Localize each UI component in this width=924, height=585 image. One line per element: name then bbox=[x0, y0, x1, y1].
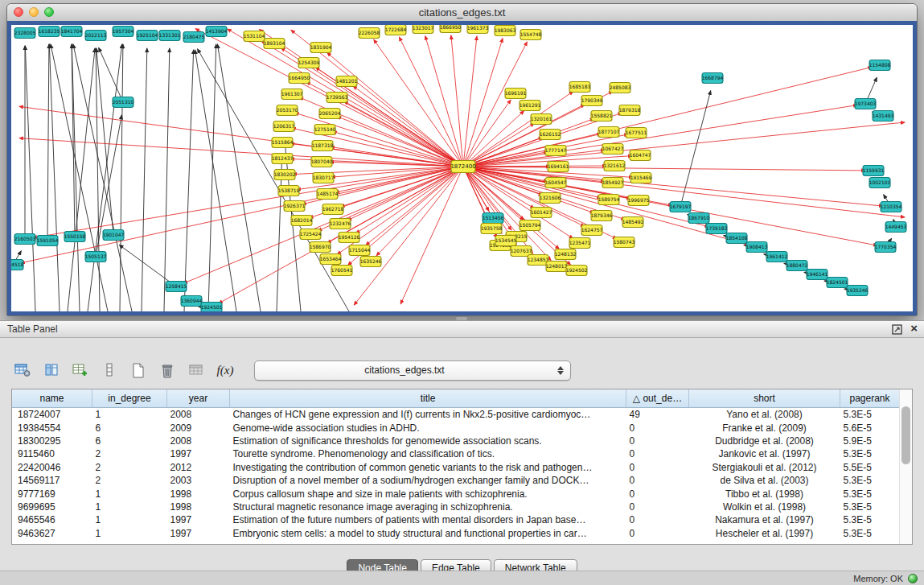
network-node[interactable]: 1232476 bbox=[330, 219, 351, 229]
network-node[interactable]: 1854108 bbox=[726, 233, 748, 244]
table-cell[interactable]: 5.3E-5 bbox=[840, 474, 900, 487]
network-node[interactable]: 1962718 bbox=[322, 204, 344, 215]
network-node[interactable]: 1485174 bbox=[317, 189, 339, 200]
network-node[interactable]: 1879318 bbox=[619, 105, 641, 116]
table-cell[interactable]: 2 bbox=[92, 461, 167, 474]
network-node[interactable]: 1505137 bbox=[85, 252, 107, 262]
table-scrollbar[interactable] bbox=[899, 389, 912, 544]
table-row[interactable]: 1456911722003Disruption of a novel membe… bbox=[12, 474, 900, 487]
table-cell[interactable]: 5.3E-5 bbox=[840, 408, 900, 422]
network-node[interactable]: 1206317 bbox=[273, 122, 295, 132]
network-node[interactable]: 1961307 bbox=[281, 89, 303, 100]
table-cell[interactable]: 9463627 bbox=[12, 527, 92, 540]
network-node[interactable]: 1915469 bbox=[630, 173, 652, 183]
delete-table-icon[interactable] bbox=[156, 359, 179, 381]
network-node[interactable]: 1760541 bbox=[331, 266, 353, 276]
network-node[interactable]: 1668794 bbox=[702, 73, 724, 84]
network-node[interactable]: 1770354 bbox=[875, 242, 897, 253]
network-node[interactable]: 1824501 bbox=[827, 278, 848, 288]
network-node[interactable]: 1604747 bbox=[630, 150, 651, 161]
table-cell[interactable]: Estimation of the future numbers of pati… bbox=[230, 513, 626, 526]
table-row[interactable]: 977716911998Corpus callosum shape and si… bbox=[12, 487, 900, 500]
table-cell[interactable]: 18300295 bbox=[12, 435, 92, 447]
table-cell[interactable]: 0 bbox=[626, 527, 689, 540]
table-cell[interactable]: 1 bbox=[92, 501, 167, 513]
table-cell[interactable]: 19384554 bbox=[12, 421, 92, 434]
table-cell[interactable]: 5.9E-5 bbox=[840, 435, 900, 447]
network-node[interactable]: 1360944 bbox=[181, 296, 203, 307]
table-cell[interactable]: 0 bbox=[626, 513, 689, 526]
column-header[interactable]: △ out_de… bbox=[626, 389, 689, 408]
table-cell[interactable]: 2009 bbox=[167, 421, 230, 434]
table-cell[interactable]: 1 bbox=[92, 408, 167, 422]
network-node[interactable]: 2328005 bbox=[14, 28, 36, 39]
network-node[interactable]: 1715044 bbox=[349, 245, 371, 256]
network-node[interactable]: 1926371 bbox=[284, 201, 306, 212]
table-cell[interactable]: 9777169 bbox=[12, 487, 92, 500]
table-cell[interactable]: 9115460 bbox=[12, 447, 92, 460]
network-node[interactable]: 1935758 bbox=[481, 224, 503, 234]
column-header[interactable]: pagerank bbox=[840, 389, 900, 408]
table-cell[interactable]: 5.3E-5 bbox=[840, 487, 900, 500]
table-rows-icon[interactable] bbox=[98, 359, 121, 381]
network-node[interactable]: 1304518 bbox=[11, 260, 24, 270]
network-node[interactable]: 1725424 bbox=[300, 229, 322, 240]
new-file-icon[interactable] bbox=[127, 359, 150, 381]
table-cell[interactable]: 0 bbox=[626, 461, 689, 474]
table-cell[interactable]: Jankovic et al. (1997) bbox=[689, 447, 840, 460]
network-node[interactable]: 1635246 bbox=[360, 257, 382, 267]
network-node[interactable]: 1505794 bbox=[519, 220, 541, 231]
network-node[interactable]: 1431493 bbox=[873, 111, 894, 122]
network-node[interactable]: 1481201 bbox=[336, 76, 358, 87]
table-cell[interactable]: Yano et al. (2008) bbox=[689, 408, 840, 422]
table-cell[interactable]: Tibbo et al. (1998) bbox=[689, 487, 840, 500]
network-node[interactable]: 1067427 bbox=[602, 144, 624, 154]
table-cell[interactable]: 18724007 bbox=[12, 408, 92, 422]
network-node[interactable]: 1722684 bbox=[385, 25, 407, 35]
window-titlebar[interactable]: citations_edges.txt bbox=[7, 4, 917, 22]
table-row[interactable]: 1938455462009Genome-wide association stu… bbox=[12, 421, 900, 434]
network-node[interactable]: 1187318 bbox=[312, 141, 334, 151]
network-node[interactable]: 1534545 bbox=[495, 236, 517, 246]
network-node[interactable]: 1538719 bbox=[278, 186, 300, 196]
network-node[interactable]: 1653464 bbox=[320, 254, 342, 265]
network-node[interactable]: 1877107 bbox=[598, 127, 620, 138]
network-node[interactable]: 1901047 bbox=[103, 230, 125, 241]
network-canvas[interactable]: 2328005161823518417042022113195730419251… bbox=[11, 25, 913, 311]
network-node[interactable]: 1867910 bbox=[688, 213, 710, 224]
network-node[interactable]: 1946141 bbox=[807, 270, 828, 280]
table-cell[interactable]: Nakamura et al. (1997) bbox=[689, 513, 840, 526]
table-cell[interactable]: 1997 bbox=[167, 447, 230, 460]
network-node[interactable]: 1739183 bbox=[706, 224, 728, 234]
import-table-icon[interactable] bbox=[185, 359, 207, 381]
network-node[interactable]: 1908413 bbox=[746, 242, 768, 253]
table-row[interactable]: 1872400712008Changes of HCN gene express… bbox=[12, 408, 900, 422]
network-node[interactable]: 1924501 bbox=[201, 303, 223, 312]
network-node[interactable]: 1331301 bbox=[159, 31, 181, 41]
table-cell[interactable]: Changes of HCN gene expression and I(f) … bbox=[230, 408, 626, 422]
network-node[interactable]: 1323017 bbox=[413, 25, 434, 34]
network-node[interactable]: 1957304 bbox=[113, 27, 134, 37]
network-node[interactable]: 1320161 bbox=[531, 114, 552, 125]
network-node[interactable]: 1983063 bbox=[495, 26, 516, 36]
table-cell[interactable]: de Silva et al. (2003) bbox=[689, 474, 840, 487]
network-node[interactable]: 1321612 bbox=[604, 161, 626, 171]
table-cell[interactable]: 2008 bbox=[167, 435, 230, 447]
table-cell[interactable]: 6 bbox=[92, 435, 167, 447]
network-node[interactable]: 1841704 bbox=[61, 27, 83, 37]
network-node[interactable]: 1580743 bbox=[614, 237, 635, 248]
table-cell[interactable]: 1998 bbox=[167, 501, 230, 513]
network-node[interactable]: 1872400 bbox=[450, 161, 475, 173]
network-node[interactable]: 1807040 bbox=[311, 157, 333, 167]
network-node[interactable]: 1254309 bbox=[298, 58, 320, 68]
table-cell[interactable]: Corpus callosum shape and size in male p… bbox=[230, 487, 626, 500]
table-cell[interactable]: Dudbridge et al. (2008) bbox=[689, 435, 840, 447]
network-node[interactable]: 1866950 bbox=[440, 25, 462, 33]
table-cell[interactable]: Estimation of significance thresholds fo… bbox=[230, 435, 626, 447]
table-cell[interactable]: 5.3E-5 bbox=[840, 513, 900, 526]
network-node[interactable]: 1739563 bbox=[326, 93, 348, 103]
table-cell[interactable]: 0 bbox=[626, 421, 689, 434]
network-node[interactable]: 1924502 bbox=[566, 266, 588, 276]
network-node[interactable]: 1449453 bbox=[885, 222, 907, 233]
table-cell[interactable]: 1998 bbox=[167, 487, 230, 500]
